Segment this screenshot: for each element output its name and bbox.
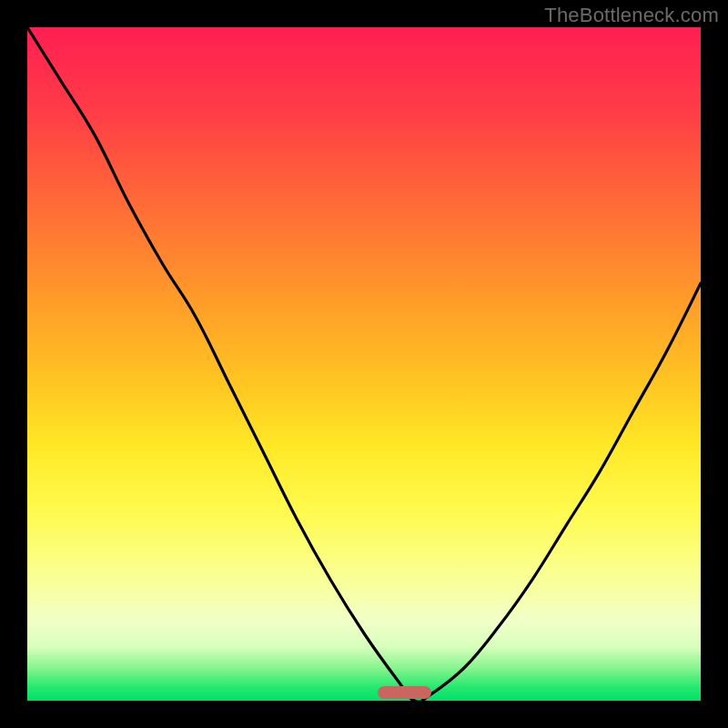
curve-path — [27, 27, 701, 701]
plot-area — [27, 27, 701, 701]
watermark-text: TheBottleneck.com — [544, 4, 719, 27]
chart-frame: TheBottleneck.com — [0, 0, 728, 728]
bottleneck-curve — [27, 27, 701, 701]
optimal-range-marker — [378, 686, 431, 699]
